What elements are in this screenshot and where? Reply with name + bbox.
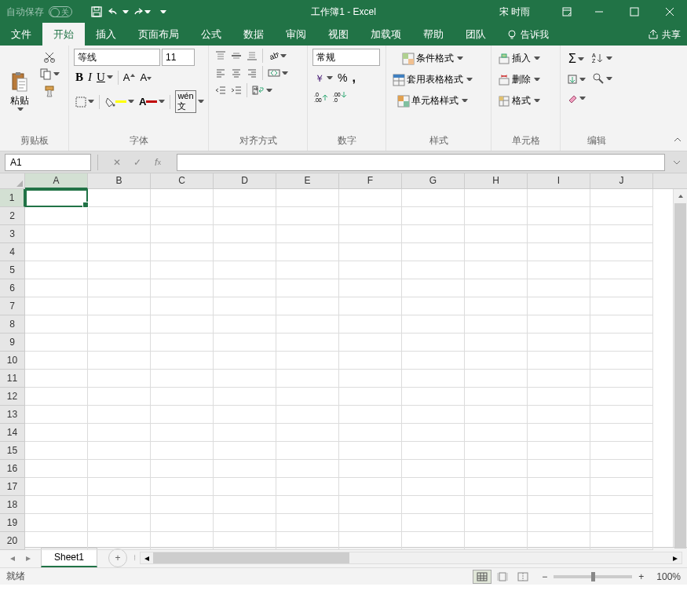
cell[interactable] (528, 532, 590, 550)
cell[interactable] (88, 478, 151, 496)
minimize-button[interactable] (581, 0, 616, 24)
cell[interactable] (151, 460, 214, 478)
cell[interactable] (402, 297, 465, 315)
find-select-button[interactable] (590, 71, 614, 86)
sort-filter-button[interactable]: AZ (590, 50, 614, 66)
qat-customize[interactable] (152, 2, 173, 22)
cell[interactable] (151, 352, 214, 370)
cell[interactable] (214, 279, 276, 297)
cell[interactable] (528, 207, 590, 225)
cell[interactable] (88, 207, 151, 225)
increase-decimal-button[interactable]: .0.00 (312, 89, 330, 104)
cell[interactable] (88, 496, 151, 514)
cell[interactable] (402, 406, 465, 424)
cell[interactable] (25, 315, 88, 334)
cell[interactable] (465, 532, 528, 550)
cell[interactable] (151, 261, 214, 279)
cell[interactable] (276, 225, 339, 243)
cell[interactable] (151, 243, 214, 261)
autosum-button[interactable]: Σ (565, 50, 587, 67)
row-header[interactable]: 11 (0, 370, 25, 388)
cell[interactable] (214, 315, 276, 334)
cell[interactable] (25, 225, 88, 243)
decrease-decimal-button[interactable]: .00.0 (331, 89, 349, 104)
cell[interactable] (402, 279, 465, 297)
cell[interactable] (465, 297, 528, 315)
row-header[interactable]: 18 (0, 496, 25, 514)
cell[interactable] (25, 279, 88, 297)
cell[interactable] (25, 261, 88, 279)
cell[interactable] (151, 334, 214, 352)
cell[interactable] (402, 243, 465, 261)
cells-area[interactable] (25, 189, 653, 547)
cell[interactable] (25, 370, 88, 388)
cancel-formula-button[interactable]: ✕ (109, 155, 125, 170)
cell[interactable] (528, 279, 590, 297)
cell[interactable] (276, 315, 339, 334)
italic-button[interactable]: I (86, 69, 93, 86)
row-header[interactable]: 20 (0, 532, 25, 550)
cell[interactable] (590, 352, 653, 370)
cell[interactable] (528, 388, 590, 406)
row-header[interactable]: 14 (0, 424, 25, 442)
column-header[interactable]: F (339, 173, 402, 189)
cell[interactable] (339, 496, 402, 514)
cell[interactable] (88, 189, 151, 207)
new-sheet-button[interactable]: + (108, 549, 127, 567)
cell[interactable] (214, 460, 276, 478)
cell[interactable] (465, 514, 528, 532)
tab-page-layout[interactable]: 页面布局 (127, 23, 190, 46)
row-header[interactable]: 13 (0, 406, 25, 424)
cell[interactable] (25, 460, 88, 478)
copy-button[interactable] (38, 66, 61, 82)
cell[interactable] (402, 261, 465, 279)
cell[interactable] (151, 514, 214, 532)
cell[interactable] (339, 388, 402, 406)
cell[interactable] (339, 207, 402, 225)
cell[interactable] (339, 406, 402, 424)
horizontal-scroll-thumb[interactable] (153, 552, 349, 563)
cell[interactable] (528, 406, 590, 424)
cell[interactable] (402, 478, 465, 496)
collapse-ribbon-button[interactable] (671, 133, 684, 146)
cell[interactable] (88, 424, 151, 442)
cell[interactable] (276, 496, 339, 514)
cell[interactable] (339, 442, 402, 460)
column-header[interactable]: B (88, 173, 151, 189)
cell[interactable] (88, 406, 151, 424)
cell[interactable] (528, 460, 590, 478)
autosave-toggle[interactable]: 自动保存 关 (0, 5, 79, 19)
cell[interactable] (339, 261, 402, 279)
cell[interactable] (88, 279, 151, 297)
ribbon-options-button[interactable] (553, 0, 581, 24)
cell[interactable] (402, 388, 465, 406)
row-header[interactable]: 1 (0, 189, 25, 207)
tab-scroll-splitter[interactable]: ⁞ (132, 553, 137, 562)
cell[interactable] (528, 370, 590, 388)
cell[interactable] (528, 225, 590, 243)
increase-indent-button[interactable] (229, 83, 243, 97)
font-name-combo[interactable] (74, 49, 160, 66)
cell[interactable] (214, 225, 276, 243)
cell[interactable] (590, 243, 653, 261)
redo-button[interactable] (130, 2, 151, 22)
cell[interactable] (528, 334, 590, 352)
cell[interactable] (214, 334, 276, 352)
column-header[interactable]: A (25, 173, 88, 189)
row-header[interactable]: 6 (0, 279, 25, 297)
cell[interactable] (151, 370, 214, 388)
cell[interactable] (590, 388, 653, 406)
cell[interactable] (590, 442, 653, 460)
increase-font-button[interactable]: A (122, 70, 137, 85)
cell[interactable] (88, 370, 151, 388)
cell[interactable] (214, 496, 276, 514)
undo-button[interactable] (108, 2, 129, 22)
cell[interactable] (276, 334, 339, 352)
cell[interactable] (590, 261, 653, 279)
cell[interactable] (528, 297, 590, 315)
cell[interactable] (276, 532, 339, 550)
cell[interactable] (465, 478, 528, 496)
cell[interactable] (214, 478, 276, 496)
cell[interactable] (590, 189, 653, 207)
tab-team[interactable]: 团队 (455, 23, 497, 46)
